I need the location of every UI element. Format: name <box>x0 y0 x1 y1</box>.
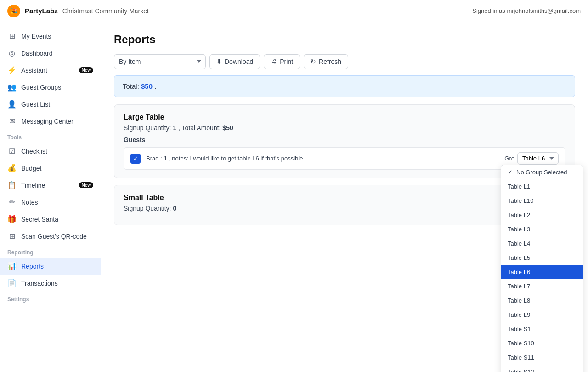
dropdown-item-table-l6[interactable]: Table L6 <box>501 265 583 279</box>
print-button[interactable]: 🖨 Print <box>264 54 300 69</box>
dropdown-item-no-group[interactable]: ✓ No Group Selected <box>501 165 583 179</box>
tools-section-label: Tools <box>0 130 101 143</box>
messaging-icon: ✉ <box>7 117 17 126</box>
sidebar-item-budget[interactable]: 💰 Budget <box>0 160 101 177</box>
sidebar-item-label: Dashboard <box>21 50 53 57</box>
sidebar-item-checklist[interactable]: ☑ Checklist <box>0 143 101 160</box>
dropdown-item-table-s1[interactable]: Table S1 <box>501 322 583 336</box>
signed-in-text: Signed in as mrjohnofsmiths@gmail.com <box>472 7 581 14</box>
group-select-area: Gro Table L6 <box>504 152 559 165</box>
dropdown-item-table-s10[interactable]: Table S10 <box>501 336 583 350</box>
secret-santa-icon: 🎁 <box>7 215 17 223</box>
refresh-label: Refresh <box>319 58 341 65</box>
sidebar-item-guest-groups[interactable]: 👥 Guest Groups <box>0 79 101 96</box>
sidebar-item-label: Reports <box>21 263 44 270</box>
sidebar-item-label: My Events <box>21 33 51 40</box>
dropdown-item-label: No Group Selected <box>516 169 567 176</box>
dropdown-item-label: Table S1 <box>508 326 531 332</box>
sidebar-item-notes[interactable]: ✏ Notes <box>0 194 101 211</box>
qr-icon: ⊞ <box>7 232 17 240</box>
new-badge: New <box>79 67 93 73</box>
sidebar-item-messaging-center[interactable]: ✉ Messaging Center <box>0 113 101 130</box>
dropdown-item-table-l9[interactable]: Table L9 <box>501 308 583 322</box>
guest-list-icon: 👤 <box>7 100 17 109</box>
dropdown-item-table-l10[interactable]: Table L10 <box>501 194 583 208</box>
dropdown-item-label: Table L2 <box>508 212 530 218</box>
sidebar-item-label: Timeline <box>21 182 45 189</box>
sidebar-item-label: Guest List <box>21 101 50 108</box>
dropdown-item-label: Table L1 <box>508 183 530 190</box>
download-button[interactable]: ⬇ Download <box>209 54 260 69</box>
dashboard-icon: ◎ <box>7 49 17 57</box>
sidebar-item-assistant[interactable]: ⚡ Assistant New <box>0 62 101 79</box>
total-period: . <box>154 82 156 90</box>
sidebar-item-label: Guest Groups <box>21 84 61 91</box>
sidebar-item-label: Checklist <box>21 148 47 155</box>
layout: ⊞ My Events ◎ Dashboard ⚡ Assistant New … <box>0 22 588 372</box>
large-table-title: Large Table <box>124 113 565 121</box>
app-name: PartyLabz <box>25 7 58 15</box>
dropdown-item-label: Table L7 <box>508 283 530 290</box>
dropdown-item-table-s11[interactable]: Table S11 <box>501 350 583 365</box>
dropdown-item-label: Table L6 <box>508 269 530 275</box>
refresh-button[interactable]: ↻ Refresh <box>304 54 348 69</box>
sidebar-item-reports[interactable]: 📊 Reports <box>0 258 101 275</box>
app-logo: 🎉 <box>7 5 20 17</box>
check-mark-icon: ✓ <box>508 169 513 176</box>
large-table-meta: Signup Quantity: 1 , Total Amount: $50 <box>124 124 565 132</box>
sidebar-item-label: Messaging Center <box>21 118 74 125</box>
main-content: Reports By Item ⬇ Download 🖨 Print ↻ Ref… <box>101 22 588 372</box>
page-title: Reports <box>114 33 575 46</box>
small-table-qty: 0 <box>173 205 176 212</box>
small-table-title: Small Table <box>124 194 565 202</box>
print-icon: 🖨 <box>271 58 277 65</box>
group-select-dropdown[interactable]: Table L6 <box>517 152 559 165</box>
top-nav: 🎉 PartyLabz Christmast Community Market … <box>0 0 588 22</box>
settings-section-label: Settings <box>0 292 101 304</box>
sidebar-item-my-events[interactable]: ⊞ My Events <box>0 28 101 45</box>
reports-icon: 📊 <box>7 262 17 270</box>
sidebar-item-guest-list[interactable]: 👤 Guest List <box>0 96 101 113</box>
toolbar: By Item ⬇ Download 🖨 Print ↻ Refresh <box>114 54 575 69</box>
print-label: Print <box>280 58 293 65</box>
dropdown-item-table-l1[interactable]: Table L1 <box>501 179 583 194</box>
dropdown-item-label: Table L4 <box>508 240 530 247</box>
refresh-icon: ↻ <box>311 58 316 65</box>
check-icon: ✓ <box>130 154 141 164</box>
download-icon: ⬇ <box>216 58 222 65</box>
top-nav-left: 🎉 PartyLabz Christmast Community Market <box>7 5 149 17</box>
dropdown-item-table-l5[interactable]: Table L5 <box>501 251 583 265</box>
sidebar-item-label: Notes <box>21 199 38 206</box>
budget-icon: 💰 <box>7 164 17 172</box>
sidebar-item-timeline[interactable]: 📋 Timeline New <box>0 177 101 194</box>
sidebar-item-secret-santa[interactable]: 🎁 Secret Santa <box>0 211 101 228</box>
reporting-section-label: Reporting <box>0 245 101 258</box>
dropdown-item-table-l4[interactable]: Table L4 <box>501 236 583 251</box>
guest-groups-icon: 👥 <box>7 83 17 92</box>
dropdown-item-label: Table L8 <box>508 297 530 304</box>
assistant-icon: ⚡ <box>7 66 17 74</box>
dropdown-item-table-l2[interactable]: Table L2 <box>501 208 583 222</box>
group-select-label: Gro <box>504 155 514 162</box>
sidebar-item-label: Secret Santa <box>21 216 58 223</box>
dropdown-item-label: Table S10 <box>508 340 534 347</box>
dropdown-item-label: Table S12 <box>508 368 534 372</box>
dropdown-item-label: Table L5 <box>508 254 530 261</box>
sidebar-item-scan-qr[interactable]: ⊞ Scan Guest's QR-code <box>0 228 101 245</box>
dropdown-item-label: Table L10 <box>508 197 533 204</box>
dropdown-item-table-l3[interactable]: Table L3 <box>501 222 583 236</box>
dropdown-item-table-l8[interactable]: Table L8 <box>501 293 583 308</box>
dropdown-item-table-l7[interactable]: Table L7 <box>501 279 583 293</box>
dropdown-item-table-s12a[interactable]: Table S12 <box>501 365 583 372</box>
sidebar-item-transactions[interactable]: 📄 Transactions <box>0 275 101 292</box>
new-badge: New <box>79 182 93 188</box>
sidebar-item-label: Scan Guest's QR-code <box>21 233 87 240</box>
total-amount: $50 <box>141 82 153 90</box>
dropdown-item-label: Table L9 <box>508 311 530 318</box>
event-name: Christmast Community Market <box>62 7 149 15</box>
report-type-select[interactable]: By Item <box>114 54 206 69</box>
guest-row: ✓ Brad : 1 , notes: I would like to get … <box>124 147 565 170</box>
sidebar-item-dashboard[interactable]: ◎ Dashboard <box>0 45 101 62</box>
grid-icon: ⊞ <box>7 32 17 40</box>
notes-icon: ✏ <box>7 198 17 206</box>
